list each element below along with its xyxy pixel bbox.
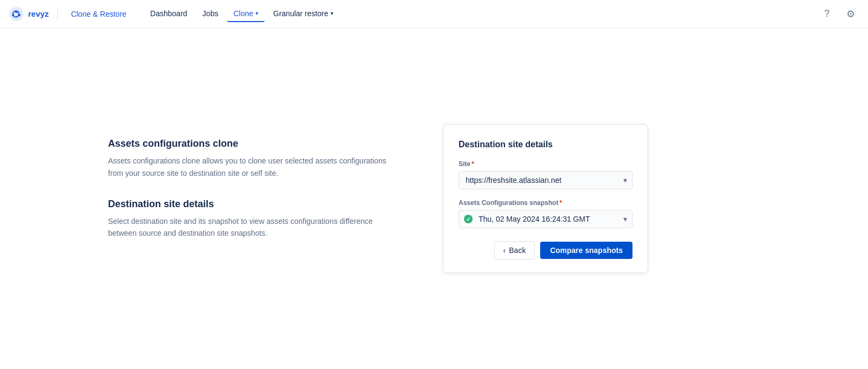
help-button[interactable]: ?	[818, 5, 836, 23]
back-button[interactable]: ‹ Back	[494, 241, 535, 259]
settings-button[interactable]: ⚙	[842, 5, 859, 23]
section1-title: Assets configurations clone	[108, 138, 400, 149]
brand-name: revyz	[28, 9, 49, 18]
settings-icon: ⚙	[846, 8, 855, 20]
svg-point-2	[18, 14, 21, 16]
clone-dropdown-icon: ▾	[255, 10, 258, 16]
site-field-label: Site *	[459, 160, 633, 168]
snapshot-status-icon: ✓	[464, 215, 473, 223]
nav-links: Dashboard Jobs Clone ▾ Granular restore …	[144, 6, 818, 22]
site-select-wrapper: https://freshsite.atlassian.net	[459, 171, 633, 189]
nav-clone[interactable]: Clone ▾	[227, 6, 265, 22]
compare-snapshots-button[interactable]: Compare snapshots	[540, 242, 633, 259]
snapshot-select[interactable]: Thu, 02 May 2024 16:24:31 GMT	[459, 210, 633, 228]
section1-desc: Assets configurations clone allows you t…	[108, 155, 400, 179]
nav-dashboard[interactable]: Dashboard	[144, 6, 194, 22]
site-required-star: *	[472, 160, 474, 168]
card-actions: ‹ Back Compare snapshots	[459, 241, 633, 259]
main-content: Assets configurations clone Assets confi…	[0, 28, 868, 369]
navbar-actions: ? ⚙	[818, 5, 859, 23]
navbar: revyz Clone & Restore Dashboard Jobs Clo…	[0, 0, 868, 28]
svg-point-0	[9, 7, 23, 21]
help-icon: ?	[824, 8, 830, 19]
nav-divider	[57, 8, 58, 20]
back-chevron-icon: ‹	[503, 246, 506, 255]
section-title: Clone & Restore	[66, 10, 131, 18]
section2-title: Destination site details	[108, 199, 400, 210]
svg-point-1	[15, 11, 17, 13]
brand: revyz	[9, 6, 49, 22]
site-select[interactable]: https://freshsite.atlassian.net	[459, 171, 633, 189]
brand-icon	[9, 6, 24, 22]
nav-jobs[interactable]: Jobs	[196, 6, 225, 22]
right-panel: Destination site details Site * https://…	[432, 28, 670, 369]
left-panel: Assets configurations clone Assets confi…	[0, 28, 432, 369]
destination-card: Destination site details Site * https://…	[443, 124, 648, 273]
snapshot-select-wrapper: ✓ Thu, 02 May 2024 16:24:31 GMT	[459, 210, 633, 228]
svg-point-3	[12, 14, 14, 16]
granular-restore-dropdown-icon: ▾	[331, 10, 333, 16]
nav-granular-restore[interactable]: Granular restore ▾	[267, 6, 340, 22]
snapshot-required-star: *	[560, 199, 562, 207]
card-title: Destination site details	[459, 140, 633, 149]
section2-desc: Select destination site and its snapshot…	[108, 215, 400, 240]
snapshot-field-label: Assets Configurations snapshot *	[459, 199, 633, 207]
